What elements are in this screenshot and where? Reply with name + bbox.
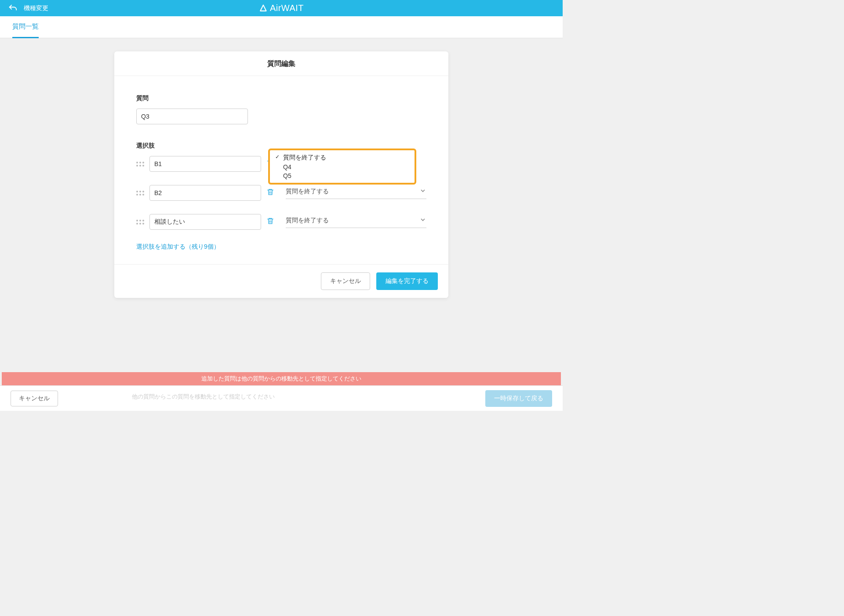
modal-body: 質問 選択肢 質問を終了する Q4 Q5 <box>114 76 448 264</box>
bottom-bar: キャンセル 他の質問からこの質問を移動先として指定してください 一時保存して戻る <box>0 385 563 411</box>
question-edit-modal: 質問編集 質問 選択肢 質問を終了する <box>114 51 448 298</box>
choice-row: 質問を終了する Q4 Q5 <box>136 156 426 172</box>
dropdown-option[interactable]: Q4 <box>270 163 415 171</box>
destination-dropdown-popup[interactable]: 質問を終了する Q4 Q5 <box>268 149 416 185</box>
dropdown-selected-text: 質問を終了する <box>286 188 329 196</box>
drag-handle-icon[interactable] <box>136 162 144 167</box>
trash-icon[interactable] <box>266 188 274 198</box>
app-header: 機種変更 AirWAIT <box>0 0 563 16</box>
choice-input[interactable] <box>149 185 261 201</box>
trash-icon[interactable] <box>266 217 274 227</box>
main-area: 質問編集 質問 選択肢 質問を終了する <box>0 38 563 298</box>
add-choice-link[interactable]: 選択肢を追加する（残り9個） <box>136 243 426 251</box>
choice-input[interactable] <box>149 156 261 172</box>
subheader: 質問一覧 <box>0 16 563 38</box>
tab-question-list[interactable]: 質問一覧 <box>12 22 39 38</box>
chevron-down-icon <box>419 216 426 225</box>
drag-handle-icon[interactable] <box>136 220 144 225</box>
alert-bar: 追加した質問は他の質問からの移動先として指定してください <box>2 372 561 385</box>
question-input[interactable] <box>136 109 248 124</box>
bottom-placeholder-text: 他の質問からこの質問を移動先として指定してください <box>132 393 275 401</box>
destination-dropdown[interactable]: 質問を終了する <box>286 187 426 199</box>
modal-footer: キャンセル 編集を完了する <box>114 264 448 298</box>
brand-text: AirWAIT <box>270 3 304 13</box>
modal-title: 質問編集 <box>114 51 448 76</box>
bottom-save-button[interactable]: 一時保存して戻る <box>485 390 552 407</box>
dropdown-option[interactable]: 質問を終了する <box>270 153 415 163</box>
back-icon[interactable] <box>8 4 18 13</box>
submit-button[interactable]: 編集を完了する <box>376 272 438 290</box>
destination-dropdown[interactable]: 質問を終了する <box>286 216 426 228</box>
chevron-down-icon <box>419 187 426 196</box>
drag-handle-icon[interactable] <box>136 191 144 196</box>
choice-input[interactable] <box>149 214 261 230</box>
cancel-button[interactable]: キャンセル <box>321 272 370 290</box>
choice-row: 質問を終了する <box>136 185 426 201</box>
question-label: 質問 <box>136 94 426 102</box>
bottom-cancel-button[interactable]: キャンセル <box>11 391 58 406</box>
brand-logo: AirWAIT <box>259 3 304 13</box>
dropdown-option[interactable]: Q5 <box>270 171 415 180</box>
header-back-label[interactable]: 機種変更 <box>24 4 48 12</box>
dropdown-selected-text: 質問を終了する <box>286 217 329 225</box>
choice-row: 質問を終了する <box>136 214 426 230</box>
brand-icon <box>259 4 268 13</box>
